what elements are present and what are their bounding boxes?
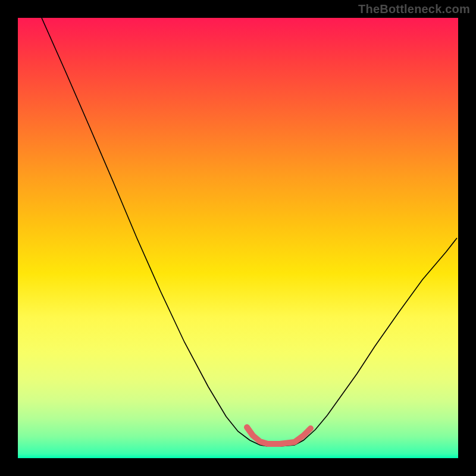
watermark-label: TheBottleneck.com [358, 2, 470, 16]
chart-frame: TheBottleneck.com [0, 0, 476, 476]
bottleneck-curve [42, 18, 457, 446]
plot-area [18, 18, 458, 458]
chart-svg [18, 18, 458, 458]
